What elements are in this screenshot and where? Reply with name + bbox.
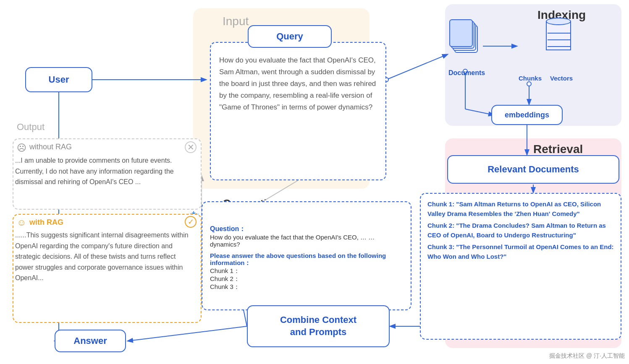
- happy-icon: ☺: [17, 217, 26, 228]
- diagram: Input Indexing Retrieval Generation Outp…: [0, 0, 629, 364]
- doc-stack: [449, 21, 479, 55]
- generation-box: Question： How do you evaluate the fact t…: [202, 201, 411, 310]
- gen-question-text: How do you evaluate the fact that the Op…: [210, 234, 403, 248]
- chunk1-text: Chunk 1: "Sam Altman Returns to OpenAI a…: [427, 200, 614, 218]
- embeddings-box: embeddings: [491, 105, 563, 125]
- db-body: [546, 21, 571, 50]
- with-rag-text: ......This suggests significant internal…: [15, 230, 191, 283]
- gen-chunk2: Chunk 2：: [210, 275, 403, 283]
- svg-line-3: [386, 55, 447, 80]
- user-box: User: [25, 67, 92, 92]
- db-line-1: [548, 33, 571, 34]
- with-rag-label: with RAG: [29, 218, 63, 227]
- documents-label: Documents: [448, 69, 482, 77]
- gen-question-label: Question：: [210, 225, 403, 234]
- combine-label: Combine Contextand Prompts: [280, 314, 356, 338]
- output-section-label: Output: [17, 122, 45, 133]
- chunks-box: Chunk 1: "Sam Altman Returns to OpenAI a…: [420, 193, 621, 340]
- query-text-box: How do you evaluate the fact that OpenAI…: [210, 42, 386, 180]
- db-line-2: [548, 39, 571, 40]
- retrieval-section-label: Retrieval: [533, 143, 583, 156]
- embeddings-label: embeddings: [505, 111, 549, 120]
- without-rag-label: without RAG: [29, 143, 72, 151]
- x-icon: ✕: [185, 141, 197, 153]
- input-section-label: Input: [223, 15, 249, 28]
- combine-box: Combine Contextand Prompts: [247, 305, 390, 347]
- db-line-3: [548, 46, 571, 47]
- watermark: 掘金技术社区 @ 汀·人工智能: [549, 352, 625, 360]
- user-label: User: [49, 74, 69, 85]
- doc-page-1: [449, 19, 473, 47]
- vectors-label: Vectors: [550, 75, 573, 82]
- chunk3-text: Chunk 3: "The Personnel Turmoil at OpenA…: [427, 242, 614, 261]
- gen-chunk1: Chunk 1：: [210, 267, 403, 275]
- svg-line-14: [128, 326, 247, 341]
- database-icon: [546, 17, 571, 55]
- answer-label: Answer: [73, 335, 107, 346]
- query-text: How do you evaluate the fact that OpenAI…: [219, 55, 377, 113]
- query-label: Query: [276, 31, 303, 42]
- documents-icon: [449, 21, 479, 55]
- gen-answer-label: Please answer the above questions based …: [210, 252, 403, 267]
- relevant-docs-box: Relevant Documents: [447, 155, 619, 184]
- db-cylinder: [546, 17, 571, 55]
- relevant-docs-label: Relevant Documents: [487, 164, 579, 175]
- gen-chunk3: Chunk 3：: [210, 283, 403, 291]
- without-rag-text: ...I am unable to provide comments on fu…: [15, 155, 191, 187]
- answer-box: Answer: [55, 330, 126, 352]
- db-top: [546, 18, 571, 25]
- query-box: Query: [248, 25, 332, 48]
- sad-icon: ☹: [17, 143, 26, 153]
- chunks-label: Chunks: [519, 75, 542, 82]
- chunk2-text: Chunk 2: "The Drama Concludes? Sam Altma…: [427, 221, 614, 240]
- check-icon: ✓: [185, 216, 197, 228]
